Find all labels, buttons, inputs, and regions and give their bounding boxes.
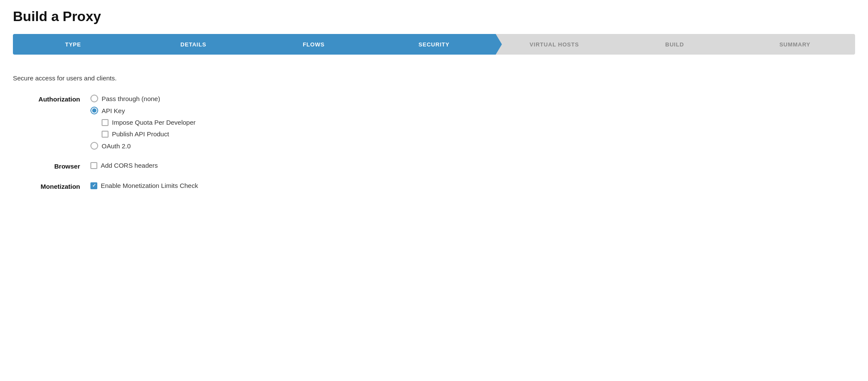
form-section-authorization: AuthorizationPass through (none)API KeyI…	[13, 95, 855, 150]
form-label-monetization: Monetization	[13, 182, 90, 190]
checkbox-option-publish-api[interactable]: Publish API Product	[102, 130, 195, 138]
radio-option-pass-through[interactable]: Pass through (none)	[90, 95, 195, 102]
main-content: Secure access for users and clients. Aut…	[13, 70, 855, 190]
stepper-step-virtual-hosts[interactable]: VIRTUAL HOSTS	[494, 34, 614, 55]
stepper-step-type[interactable]: TYPE	[13, 34, 133, 55]
radio-label-oauth2: OAuth 2.0	[102, 142, 131, 150]
stepper-label-build: BUILD	[665, 41, 684, 48]
radio-indicator-oauth2	[90, 142, 98, 150]
checkbox-option-cors-headers[interactable]: Add CORS headers	[90, 162, 158, 169]
page-title: Build a Proxy	[13, 9, 855, 25]
radio-indicator-pass-through	[90, 95, 98, 102]
stepper-step-security[interactable]: SECURITY	[374, 34, 494, 55]
checkbox-indicator-cors-headers	[90, 162, 97, 169]
form-label-browser: Browser	[13, 162, 90, 170]
checkbox-option-impose-quota[interactable]: Impose Quota Per Developer	[102, 119, 195, 126]
stepper-label-flows: FLOWS	[303, 41, 325, 48]
stepper-label-details: DETAILS	[180, 41, 206, 48]
checkbox-option-monetization-limits[interactable]: Enable Monetization Limits Check	[90, 182, 198, 189]
checkbox-indicator-monetization-limits	[90, 182, 97, 189]
stepper-label-type: TYPE	[65, 41, 81, 48]
stepper-step-details[interactable]: DETAILS	[133, 34, 253, 55]
radio-label-api-key: API Key	[102, 107, 125, 114]
stepper-label-summary: SUMMARY	[779, 41, 810, 48]
checkbox-indicator-impose-quota	[102, 119, 108, 126]
checkbox-label-publish-api: Publish API Product	[112, 130, 169, 138]
stepper-label-security: SECURITY	[418, 41, 450, 48]
form-section-monetization: MonetizationEnable Monetization Limits C…	[13, 182, 855, 190]
radio-indicator-api-key	[90, 107, 98, 114]
form-controls-monetization: Enable Monetization Limits Check	[90, 182, 198, 189]
checkbox-label-cors-headers: Add CORS headers	[101, 162, 158, 169]
stepper-step-summary[interactable]: SUMMARY	[735, 34, 855, 55]
checkbox-label-monetization-limits: Enable Monetization Limits Check	[101, 182, 198, 189]
form-section-browser: BrowserAdd CORS headers	[13, 162, 855, 170]
form-label-authorization: Authorization	[13, 95, 90, 103]
radio-label-pass-through: Pass through (none)	[102, 95, 160, 102]
radio-option-api-key[interactable]: API Key	[90, 107, 195, 114]
stepper-label-virtual-hosts: VIRTUAL HOSTS	[530, 41, 579, 48]
form-controls-browser: Add CORS headers	[90, 162, 158, 169]
stepper: TYPEDETAILSFLOWSSECURITYVIRTUAL HOSTSBUI…	[13, 34, 855, 55]
stepper-step-build[interactable]: BUILD	[614, 34, 735, 55]
checkbox-label-impose-quota: Impose Quota Per Developer	[112, 119, 195, 126]
stepper-step-flows[interactable]: FLOWS	[254, 34, 374, 55]
checkbox-indicator-publish-api	[102, 131, 108, 138]
radio-option-oauth2[interactable]: OAuth 2.0	[90, 142, 195, 150]
form-controls-authorization: Pass through (none)API KeyImpose Quota P…	[90, 95, 195, 150]
section-description: Secure access for users and clients.	[13, 74, 855, 82]
